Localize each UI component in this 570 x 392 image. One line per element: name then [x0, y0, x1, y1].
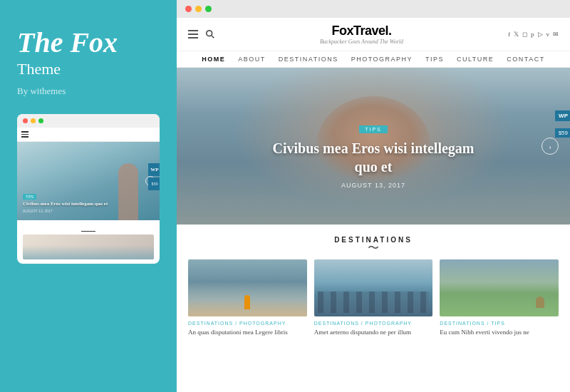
nav-destinations[interactable]: DESTINATIONS [279, 56, 338, 63]
dest-card-3-image [440, 259, 559, 316]
dest-card-1: DESTINATIONS / PHOTOGRAPHY An quas dispu… [188, 259, 307, 337]
svg-line-1 [212, 36, 214, 38]
site-header-left [188, 29, 215, 39]
hero-content: TIPS Civibus mea Eros wisi intellegam qu… [259, 121, 487, 189]
youtube-icon[interactable]: ▷ [538, 31, 543, 38]
destinations-grid: DESTINATIONS / PHOTOGRAPHY An quas dispu… [188, 259, 559, 337]
site-logo-tagline: Backpacker Goes Around The World [320, 38, 403, 45]
nav-contact[interactable]: CONTACT [507, 56, 544, 63]
mini-section-divider [81, 231, 95, 232]
left-panel: The Fox Theme By withemes FoxTravel. TIP… [0, 0, 177, 392]
dest-card-2-image [314, 259, 433, 316]
dest-card-1-text: An quas disputationi mea Legere libris [188, 328, 307, 337]
mini-hero-overlay: TIPS Civibus mea Eros wisi intellegam qu… [23, 188, 108, 213]
browser-content: FoxTravel. Backpacker Goes Around The Wo… [177, 18, 570, 392]
site-header: FoxTravel. Backpacker Goes Around The Wo… [177, 18, 570, 51]
wp-badge: WP [555, 110, 570, 121]
mini-dot-green [38, 118, 43, 123]
hero-date: AUGUST 13, 2017 [259, 182, 487, 189]
vimeo-icon[interactable]: v [546, 31, 550, 38]
hamburger-icon[interactable] [188, 30, 198, 38]
dest-card-2-tag: DESTINATIONS / PHOTOGRAPHY [314, 321, 433, 326]
mini-nav: FoxTravel. [17, 128, 160, 142]
mini-site-logo: FoxTravel. [34, 130, 63, 138]
site-hero: TIPS Civibus mea Eros wisi intellegam qu… [177, 68, 570, 225]
mini-hero-title: Civibus mea Eros wisi intellegam quo et [23, 201, 108, 207]
dest-card-3-tag: DESTINATIONS / TIPS [440, 321, 559, 326]
mini-dest-image [23, 234, 154, 259]
dest-card-1-tag: DESTINATIONS / PHOTOGRAPHY [188, 321, 307, 326]
search-icon[interactable] [205, 29, 215, 39]
browser-dot-yellow[interactable] [195, 6, 202, 12]
site-logo-text: FoxTravel. [320, 24, 403, 38]
nav-home[interactable]: HOME [202, 56, 225, 63]
svg-point-0 [207, 31, 212, 36]
mini-hero-badge: TIPS [23, 194, 36, 200]
browser-chrome [177, 0, 570, 18]
nav-tips[interactable]: TIPS [425, 56, 444, 63]
dest-card-2: DESTINATIONS / PHOTOGRAPHY Amet aeterno … [314, 259, 433, 337]
price-badge: $59 [555, 128, 570, 138]
twitter-icon[interactable]: 𝕏 [514, 31, 519, 38]
destinations-section: DESTINATIONS 〜 DESTINATIONS / PHOTOGRAPH… [177, 225, 570, 343]
mini-dot-yellow [31, 118, 36, 123]
nav-about[interactable]: ABOUT [238, 56, 266, 63]
facebook-icon[interactable]: f [508, 31, 510, 38]
mini-dot-red [23, 118, 28, 123]
hero-badge: TIPS [359, 125, 388, 133]
mini-hero: TIPS Civibus mea Eros wisi intellegam qu… [17, 142, 160, 220]
mini-price-badge: $59 [148, 177, 160, 190]
email-icon[interactable]: ✉ [553, 31, 559, 38]
theme-subtitle: Theme [17, 60, 160, 78]
site-nav: HOME ABOUT DESTINATIONS PHOTOGRAPHY TIPS… [177, 51, 570, 68]
mini-destinations: DESTINATIONS [17, 220, 160, 264]
section-divider: 〜 [188, 245, 559, 251]
dest-card-3: DESTINATIONS / TIPS Eu cum Nibh everti v… [440, 259, 559, 337]
theme-author: By withemes [17, 86, 160, 97]
mini-hero-date: AUGUST 13, 2017 [23, 209, 108, 213]
mini-wp-badge: WP [148, 163, 160, 176]
pinterest-icon[interactable]: p [531, 31, 534, 38]
instagram-icon[interactable]: ◻ [522, 31, 527, 38]
hero-next-arrow[interactable]: › [542, 138, 559, 155]
right-panel: FoxTravel. Backpacker Goes Around The Wo… [177, 0, 570, 392]
dest-card-3-text: Eu cum Nibh everti vivendo jus ne [440, 328, 559, 337]
mini-hamburger-icon[interactable] [21, 131, 28, 138]
mini-browser-preview: FoxTravel. TIPS Civibus mea Eros wisi in… [17, 114, 160, 264]
dest-card-2-text: Amet aeterno disputando ne per illum [314, 328, 433, 337]
nav-photography[interactable]: PHOTOGRAPHY [351, 56, 413, 63]
theme-title: The Fox [17, 29, 160, 57]
browser-dot-red[interactable] [185, 6, 192, 12]
site-header-right: f 𝕏 ◻ p ▷ v ✉ [508, 31, 559, 38]
site-logo: FoxTravel. Backpacker Goes Around The Wo… [320, 24, 403, 45]
hero-title: Civibus mea Eros wisi intellegam quo et [259, 139, 487, 176]
browser-dot-green[interactable] [205, 6, 212, 12]
dest-card-1-image [188, 259, 307, 316]
mini-browser-bar [17, 114, 160, 128]
nav-culture[interactable]: CULTURE [457, 56, 494, 63]
